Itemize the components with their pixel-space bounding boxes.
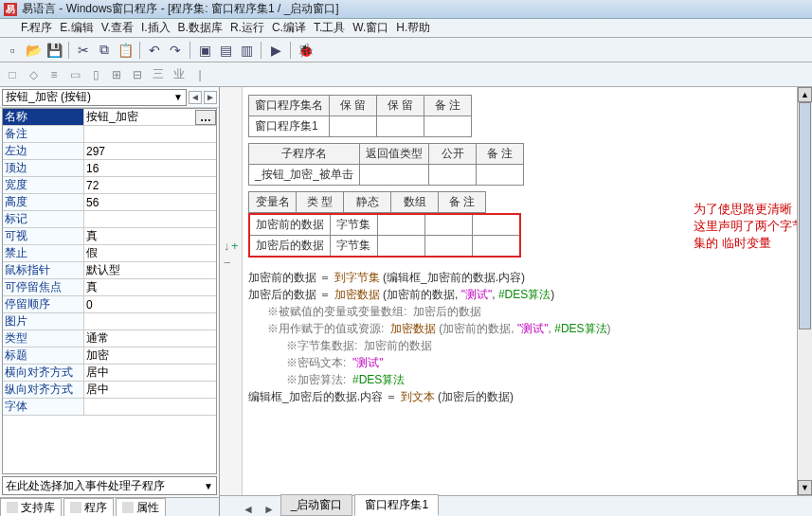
table-row[interactable]: 加密后的数据字节集: [249, 236, 520, 258]
property-value[interactable]: 居中: [84, 382, 216, 398]
property-value[interactable]: 按钮_加密…: [84, 109, 216, 125]
property-value[interactable]: [84, 313, 216, 329]
nav-prev-icon[interactable]: ◄: [189, 91, 202, 104]
menu-view[interactable]: V.查看: [101, 20, 134, 36]
property-row[interactable]: 可停留焦点真: [3, 279, 216, 296]
property-value[interactable]: 真: [84, 228, 216, 244]
property-row[interactable]: 标记: [3, 211, 216, 228]
property-value[interactable]: 默认型: [84, 262, 216, 278]
property-value[interactable]: 16: [84, 160, 216, 176]
property-value[interactable]: 56: [84, 194, 216, 210]
property-value[interactable]: 居中: [84, 365, 216, 381]
property-row[interactable]: 左边297: [3, 143, 216, 160]
menu-program[interactable]: F.程序: [21, 20, 52, 36]
property-row[interactable]: 图片: [3, 313, 216, 330]
tb2-icon[interactable]: 三: [150, 66, 167, 83]
scroll-up-icon[interactable]: ▲: [798, 87, 812, 102]
menu-insert[interactable]: I.插入: [141, 20, 171, 36]
save-icon[interactable]: 💾: [45, 42, 63, 59]
window-title: 易语言 - Windows窗口程序 - [程序集: 窗口程序集1 / _启动窗口…: [22, 1, 339, 17]
property-value[interactable]: 0: [84, 296, 216, 312]
property-row[interactable]: 停留顺序0: [3, 296, 216, 313]
menu-help[interactable]: H.帮助: [396, 20, 430, 36]
tab-startup-window[interactable]: _启动窗口: [280, 494, 353, 516]
vertical-scrollbar[interactable]: ▲ ▼: [797, 87, 812, 495]
property-label: 左边: [3, 143, 84, 159]
layout3-icon[interactable]: ▥: [238, 42, 255, 59]
scroll-thumb[interactable]: [799, 102, 811, 329]
table-row[interactable]: _按钮_加密_被单击: [249, 165, 524, 186]
property-value[interactable]: 加密: [84, 347, 216, 364]
tb2-icon[interactable]: ▯: [87, 66, 104, 83]
titlebar: 易 易语言 - Windows窗口程序 - [程序集: 窗口程序集1 / _启动…: [0, 0, 812, 19]
tb2-icon[interactable]: ≡: [45, 66, 63, 83]
property-row[interactable]: 顶边16: [3, 160, 216, 177]
tab-program[interactable]: 程序: [63, 498, 114, 516]
debug-icon[interactable]: 🐞: [297, 42, 314, 59]
property-value[interactable]: 真: [84, 279, 216, 295]
layout2-icon[interactable]: ▤: [217, 42, 234, 59]
redo-icon[interactable]: ↷: [167, 42, 184, 59]
property-row[interactable]: 可视真: [3, 228, 216, 245]
open-icon[interactable]: 📂: [25, 42, 42, 59]
menu-database[interactable]: B.数据库: [178, 20, 223, 36]
property-value[interactable]: [84, 399, 216, 415]
property-row[interactable]: 名称按钮_加密…: [3, 109, 216, 126]
th: 返回值类型: [360, 144, 429, 165]
menu-window[interactable]: W.窗口: [352, 20, 388, 36]
new-icon[interactable]: ▫: [4, 42, 21, 59]
property-value[interactable]: [84, 126, 216, 142]
code-line[interactable]: 加密后的数据 ＝ 加密数据 (加密前的数据, "测试", #DES算法): [248, 286, 812, 303]
property-row[interactable]: 纵向对齐方式居中: [3, 382, 216, 399]
tb2-icon[interactable]: |: [191, 66, 208, 83]
run-icon[interactable]: ▶: [267, 42, 284, 59]
property-value[interactable]: 通常: [84, 330, 216, 347]
tb2-icon[interactable]: ▭: [66, 66, 83, 83]
ellipsis-button[interactable]: …: [195, 110, 216, 125]
property-value[interactable]: [84, 211, 216, 227]
code-line[interactable]: 加密前的数据 ＝ 到字节集 (编辑框_加密前的数据.内容): [248, 269, 812, 286]
tb2-icon[interactable]: 业: [171, 66, 188, 83]
menu-edit[interactable]: E.编辑: [60, 20, 93, 36]
tab-nav-prev-icon[interactable]: ◄: [239, 503, 258, 516]
paste-icon[interactable]: 📋: [117, 42, 134, 59]
menu-tools[interactable]: T.工具: [314, 20, 345, 36]
nav-next-icon[interactable]: ►: [204, 91, 217, 104]
property-row[interactable]: 高度56: [3, 194, 216, 211]
code-panel: ↓ + − 窗口程序集名保 留保 留备 注 窗口程序集1 子程序名返回值类型公开…: [220, 87, 812, 516]
tb2-icon[interactable]: ⊟: [129, 66, 146, 83]
property-value[interactable]: 假: [84, 245, 216, 261]
property-row[interactable]: 宽度72: [3, 177, 216, 194]
property-row[interactable]: 备注: [3, 126, 216, 143]
menu-compile[interactable]: C.编译: [272, 20, 306, 36]
property-row[interactable]: 横向对齐方式居中: [3, 365, 216, 382]
cut-icon[interactable]: ✂: [75, 42, 92, 59]
th: 公开: [429, 144, 477, 165]
tb2-icon[interactable]: ⊞: [108, 66, 125, 83]
scroll-down-icon[interactable]: ▼: [798, 480, 812, 495]
layout1-icon[interactable]: ▣: [196, 42, 213, 59]
event-selector[interactable]: 在此处选择加入事件处理子程序 ▼: [2, 476, 217, 495]
tab-properties[interactable]: 属性: [116, 498, 166, 516]
property-row[interactable]: 鼠标指针默认型: [3, 262, 216, 279]
object-dropdown[interactable]: 按钮_加密 (按钮) ▼: [2, 89, 187, 106]
table-row[interactable]: 加密前的数据字节集: [249, 214, 520, 236]
property-row[interactable]: 禁止假: [3, 245, 216, 262]
property-value[interactable]: 72: [84, 177, 216, 193]
event-selector-text: 在此处选择加入事件处理子程序: [6, 478, 165, 494]
tab-support-lib[interactable]: 支持库: [0, 498, 62, 516]
menu-run[interactable]: R.运行: [230, 20, 264, 36]
tb2-icon[interactable]: ◇: [25, 66, 42, 83]
undo-icon[interactable]: ↶: [146, 42, 163, 59]
property-grid[interactable]: 名称按钮_加密…备注左边297顶边16宽度72高度56标记可视真禁止假鼠标指针默…: [2, 108, 217, 474]
code-line[interactable]: 编辑框_加密后的数据.内容 ＝ 到文本 (加密后的数据): [248, 388, 812, 405]
tab-procset1[interactable]: 窗口程序集1: [354, 494, 439, 516]
tb2-icon[interactable]: □: [4, 66, 21, 83]
property-value[interactable]: 297: [84, 143, 216, 159]
tab-nav-next-icon[interactable]: ►: [260, 503, 279, 516]
property-row[interactable]: 字体: [3, 399, 216, 416]
copy-icon[interactable]: ⧉: [96, 42, 113, 59]
table-row[interactable]: 窗口程序集1: [249, 116, 472, 137]
property-row[interactable]: 类型通常: [3, 330, 216, 347]
property-row[interactable]: 标题加密: [3, 347, 216, 365]
